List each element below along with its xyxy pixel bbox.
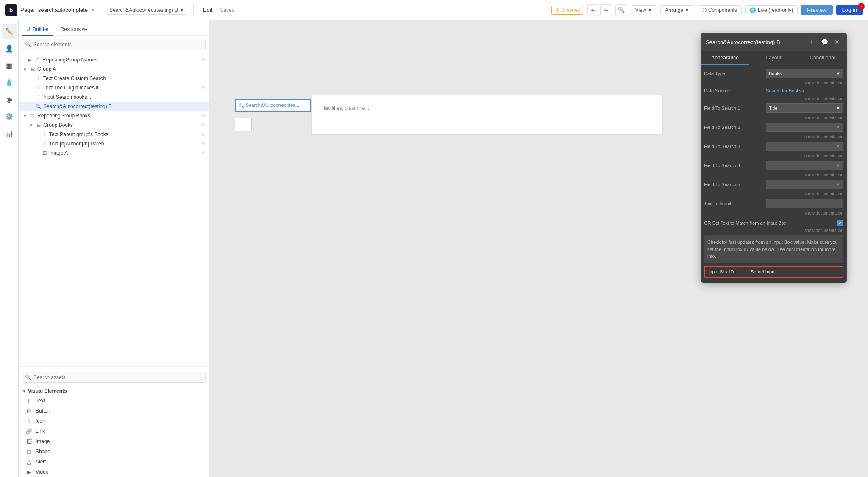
group-icon: ⊟: [29, 66, 36, 73]
asset-shape[interactable]: □ Shape: [19, 446, 209, 457]
field1-doc[interactable]: show documentation: [704, 115, 843, 123]
field3-doc[interactable]: show documentation: [704, 153, 843, 161]
undo-button[interactable]: ↩: [587, 4, 599, 16]
eye-icon[interactable]: 👁: [201, 151, 206, 156]
field-search-4-select[interactable]: ▼: [766, 161, 843, 170]
comment-icon[interactable]: 💬: [820, 37, 829, 47]
tab-ui-builder[interactable]: UI Builder: [22, 24, 53, 36]
preview-button[interactable]: Preview: [801, 5, 832, 15]
tree-item-repeating-names[interactable]: ▶ ⊙ RepeatingGroup Names 👁: [19, 55, 209, 64]
left-panel: UI Builder Responsive 🔍 ▶ ⊙ RepeatingGro…: [19, 20, 209, 477]
text-to-match-input[interactable]: [766, 199, 843, 208]
eye-icon[interactable]: 👁: [201, 85, 206, 90]
tree-item-group-a[interactable]: ▼ ⊟ Group A: [19, 64, 209, 74]
redo-button[interactable]: ↪: [600, 4, 612, 16]
analytics-icon[interactable]: 📊: [2, 126, 17, 141]
arrange-chevron-icon: ▼: [684, 7, 690, 13]
canvas-search-label: Search&Autocorrect(tes...: [246, 103, 299, 108]
or-set-text-doc[interactable]: show documentation: [704, 228, 843, 235]
eye-icon[interactable]: 👁: [201, 141, 206, 146]
tab-conditional[interactable]: Conditional: [798, 51, 847, 65]
asset-image[interactable]: 🖼 Image: [19, 436, 209, 446]
data-type-select[interactable]: Books ▼: [766, 69, 843, 78]
element-selector[interactable]: Search&Autocorrect(testing) B ▼: [106, 6, 188, 15]
login-button[interactable]: Log in 7: [836, 5, 863, 15]
field4-doc[interactable]: show documentation: [704, 173, 843, 180]
page-chevron-icon[interactable]: ▼: [91, 8, 95, 12]
caret-icon: ▼: [22, 389, 26, 393]
field-search-5-label: Field To Search 5: [704, 182, 763, 187]
eye-icon[interactable]: 👁: [201, 132, 206, 137]
workflow-icon[interactable]: 👤: [2, 41, 17, 56]
assets-search-input[interactable]: [22, 372, 206, 383]
asset-alert[interactable]: △ Alert: [19, 457, 209, 467]
field2-doc[interactable]: show documentation: [704, 134, 843, 142]
settings-icon[interactable]: ⚙️: [2, 109, 17, 124]
image-asset-icon: 🖼: [25, 438, 32, 445]
data-icon[interactable]: ▦: [2, 58, 17, 73]
elements-search-input[interactable]: [22, 39, 206, 50]
page-name: searchautocomplete: [38, 7, 88, 13]
tree-item-image-a[interactable]: 🖼 Image A 👁: [19, 148, 209, 158]
or-set-text-row: OR Set Text to Match from an Input Box ✓: [704, 218, 843, 228]
canvas-search-element[interactable]: 🔍 Search&Autocorrect(tes...: [235, 99, 311, 112]
text-to-match-control: [766, 199, 843, 208]
plugins-icon[interactable]: ◉: [2, 92, 17, 107]
styles-icon[interactable]: 💧: [2, 75, 17, 90]
field5-doc[interactable]: show documentation: [704, 192, 843, 199]
tree-item-text-author[interactable]: T Text [b]Author:[/b] Paren 👁: [19, 139, 209, 148]
issues-indicator[interactable]: ⚠ 0 issues: [551, 6, 584, 15]
search-button[interactable]: 🔍: [615, 4, 627, 16]
info-icon[interactable]: ℹ: [807, 37, 816, 47]
asset-button[interactable]: ⊞ Button: [19, 406, 209, 416]
tree-item-repeating-books[interactable]: ▼ ⊙ RepeatingGroup Books 👁: [19, 111, 209, 120]
tree-item-group-books[interactable]: ▼ ⊟ Group Books 👁: [19, 120, 209, 130]
arrange-button[interactable]: Arrange ▼: [660, 5, 694, 15]
data-source-value[interactable]: Search for Bookss: [766, 88, 804, 93]
or-set-text-checkbox[interactable]: ✓: [837, 220, 843, 226]
tree-item-text-plugin[interactable]: T Text The Plugin makes it 👁: [19, 83, 209, 92]
tree-item-text-parent[interactable]: T Text Parent group's Books 👁: [19, 130, 209, 139]
field-search-5-control: ▼: [766, 180, 843, 189]
live-button[interactable]: 🌐 Live (read-only): [745, 5, 798, 15]
toggle-icon: ▼: [22, 66, 28, 72]
asset-icon[interactable]: ☆ Icon: [19, 416, 209, 426]
view-button[interactable]: View ▼: [631, 5, 657, 15]
field-search-4-control: ▼: [766, 161, 843, 170]
field-search-1-select[interactable]: Title ▼: [766, 103, 843, 113]
text-to-match-doc[interactable]: show documentation: [704, 211, 843, 218]
eye-icon[interactable]: 👁: [201, 113, 206, 118]
tree-item-search-autocorrect[interactable]: 🔍 Search&Autocorrect(testing) B: [19, 102, 209, 111]
edit-button[interactable]: Edit: [199, 5, 217, 15]
ui-builder-icon[interactable]: ✏️: [2, 24, 17, 39]
tree-item-input-search[interactable]: ⌶ Input Search books...: [19, 92, 209, 102]
asset-video[interactable]: ▶ Video: [19, 467, 209, 477]
data-type-control: Books ▼: [766, 69, 843, 78]
eye-icon[interactable]: 👁: [201, 57, 206, 62]
page-selector[interactable]: Page: searchautocomplete ▼: [20, 7, 95, 13]
node-label: Group A: [37, 66, 206, 72]
field-search-5-select[interactable]: ▼: [766, 180, 843, 189]
close-icon[interactable]: ✕: [832, 37, 842, 47]
asset-link[interactable]: 🔗 Link: [19, 426, 209, 436]
node-label: Text The Plugin makes it: [43, 85, 199, 91]
asset-text[interactable]: T Text: [19, 396, 209, 406]
asset-label: Alert: [36, 459, 46, 465]
tree-item-text-create[interactable]: T Text Create Custom Search: [19, 74, 209, 83]
components-button[interactable]: ⬡ Components: [698, 5, 742, 15]
field-search-2-select[interactable]: ▼: [766, 123, 843, 132]
eye-icon[interactable]: 👁: [201, 123, 206, 128]
tab-appearance[interactable]: Appearance: [701, 51, 749, 65]
tab-layout[interactable]: Layout: [749, 51, 798, 65]
input-box-id-value[interactable]: SearchInput: [751, 269, 839, 274]
canvas[interactable]: facilities, plasmine... 🔍 Search&Autocor…: [209, 20, 868, 477]
visual-elements-toggle[interactable]: ▼ Visual Elements: [19, 386, 209, 396]
data-type-doc[interactable]: show documentation: [704, 81, 843, 88]
topbar: b Page: searchautocomplete ▼ Search&Auto…: [0, 0, 868, 20]
input-box-id-row[interactable]: Input Box ID SearchInput: [704, 266, 843, 278]
data-source-doc[interactable]: show documentation: [704, 96, 843, 103]
toggle-icon: ▼: [28, 122, 34, 128]
field-search-3-select[interactable]: ▼: [766, 142, 843, 151]
asset-label: Image: [36, 438, 50, 444]
tab-responsive[interactable]: Responsive: [56, 24, 92, 36]
